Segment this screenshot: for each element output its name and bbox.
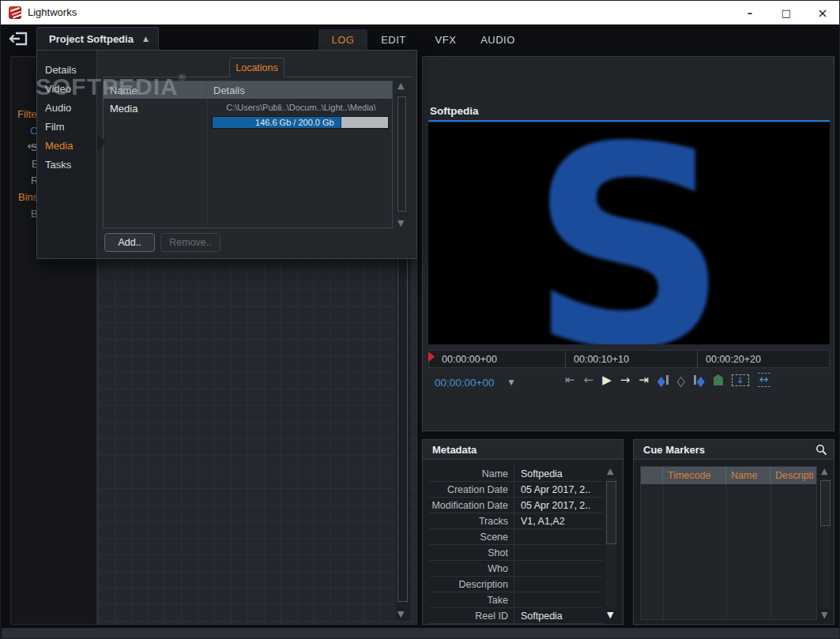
menu-item-audio[interactable]: Audio <box>37 99 97 116</box>
chevron-up-icon: ▲ <box>143 35 149 43</box>
step-forward-icon[interactable]: → <box>620 373 631 387</box>
metadata-row: Reel IDSoftpedia <box>429 608 603 624</box>
selected-menu-pointer <box>97 133 106 151</box>
metadata-row: NameSoftpedia <box>429 466 603 482</box>
lightworks-logo-icon <box>9 6 21 19</box>
cue-scrollbar-thumb[interactable] <box>820 480 831 526</box>
metadata-row: Scene <box>429 529 603 545</box>
video-preview[interactable]: S <box>428 122 830 344</box>
cue-markers-table: Timecode Name Descripti <box>640 466 817 620</box>
viewer-panel: Softpedia S 00:00:00+00 00:00:10+10 00:0… <box>422 56 834 431</box>
timecode-dropdown-icon[interactable]: ▼ <box>508 378 514 386</box>
metadata-scrollbar-thumb[interactable] <box>606 481 616 544</box>
cue-col-description[interactable]: Descripti <box>770 467 816 484</box>
metadata-title: Metadata <box>423 444 477 456</box>
mark-in-icon[interactable]: ◆ <box>657 374 669 386</box>
window-bottom-edge <box>2 628 840 639</box>
metadata-scrollbar[interactable]: ▲ ▼ <box>605 466 618 620</box>
menu-item-details[interactable]: Details <box>37 61 97 78</box>
scroll-down-icon[interactable]: ▼ <box>397 218 404 228</box>
metadata-row: Who <box>429 561 603 577</box>
col-details[interactable]: Details <box>207 81 392 99</box>
project-menu-list: Details Video Audio Film Media Tasks <box>37 51 97 258</box>
scroll-down-icon[interactable]: ▼ <box>821 610 827 620</box>
cue-scrollbar[interactable]: ▲ ▼ <box>819 466 832 620</box>
ruler-segment: 00:00:10+10 <box>565 351 697 367</box>
metadata-table: NameSoftpedia Creation Date05 Apr 2017, … <box>429 466 603 624</box>
locations-table-header: Name Details <box>104 81 392 99</box>
minimize-button[interactable]: – <box>732 1 768 24</box>
close-button[interactable]: × <box>804 1 840 24</box>
cue-markers-header: Cue Markers <box>634 440 834 460</box>
tab-edit[interactable]: EDIT <box>367 29 420 50</box>
softpedia-logo: S <box>529 138 729 344</box>
ruler-segment: 00:00:00+00 <box>429 351 565 367</box>
storage-usage-fill: 146.6 Gb / 200.0 Gb <box>213 117 341 128</box>
title-bar: Lightworks – □ × <box>1 1 840 24</box>
maximize-button[interactable]: □ <box>768 1 804 24</box>
lightworks-window: Lightworks – □ × Project Softpedia ▲ LOG… <box>0 0 840 639</box>
current-timecode[interactable]: 00:00:00+00 <box>435 377 494 389</box>
jump-to-start-icon[interactable]: ⇤ <box>565 373 575 387</box>
scroll-up-icon[interactable]: ▲ <box>397 81 404 91</box>
search-icon[interactable] <box>816 444 827 456</box>
add-cue-marker-icon[interactable] <box>714 374 723 385</box>
exit-project-button[interactable] <box>9 31 31 47</box>
metadata-header: Metadata <box>423 440 623 460</box>
insert-icon[interactable]: ↓ <box>732 374 749 386</box>
cue-table-header: Timecode Name Descripti <box>641 467 816 484</box>
metadata-row: Creation Date05 Apr 2017, 2.. <box>429 482 603 498</box>
add-button[interactable]: Add.. <box>104 233 155 252</box>
jump-to-end-icon[interactable]: ⇥ <box>638 373 649 387</box>
tab-vfx[interactable]: VFX <box>420 29 472 50</box>
timeline-ruler[interactable]: 00:00:00+00 00:00:10+10 00:00:20+20 <box>428 350 830 368</box>
project-menu-tab[interactable]: Project Softpedia ▲ <box>36 27 159 50</box>
cue-col-flag <box>641 467 663 484</box>
metadata-row: Modification Date05 Apr 2017, 2.. <box>429 498 603 513</box>
exit-icon <box>9 31 29 47</box>
clip-title-underline <box>428 120 830 122</box>
clip-title: Softpedia <box>430 105 479 117</box>
locations-table: Name Details Media C:\Users\Publi..\Docu… <box>103 81 393 228</box>
metadata-row: Description <box>429 577 603 592</box>
menu-item-video[interactable]: Video <box>37 80 97 97</box>
tab-log[interactable]: LOG <box>318 29 367 50</box>
locations-scrollbar-thumb[interactable] <box>397 96 406 212</box>
play-icon[interactable]: ▶ <box>602 373 612 387</box>
cue-col-timecode[interactable]: Timecode <box>663 467 726 484</box>
scroll-down-icon[interactable]: ▼ <box>607 610 613 620</box>
scroll-down-icon[interactable]: ▼ <box>397 609 404 619</box>
transport-controls: ⇤ ← ▶ → ⇥ ◆ ◇ ◆ ↓ ↔ <box>565 370 770 390</box>
location-row-name[interactable]: Media <box>110 103 137 115</box>
project-tab-label: Project Softpedia <box>37 33 134 45</box>
sidebar-section-bins: Bins <box>18 191 38 203</box>
mark-out-icon[interactable]: ◆ <box>694 374 705 386</box>
metadata-row: TracksV1, A1,A2 <box>429 513 603 529</box>
step-back-icon[interactable]: ← <box>584 373 594 387</box>
cue-col-name[interactable]: Name <box>726 467 770 484</box>
mark-clear-icon[interactable]: ◇ <box>677 372 685 388</box>
window-title: Lightworks <box>28 6 77 18</box>
menu-item-film[interactable]: Film <box>37 118 97 135</box>
sidebar-section-filters: Filte <box>17 108 37 120</box>
tab-locations[interactable]: Locations <box>229 58 284 77</box>
scroll-up-icon[interactable]: ▲ <box>607 466 613 476</box>
storage-usage-label: 146.6 Gb / 200.0 Gb <box>255 118 341 127</box>
location-path: C:\Users\Publi..\Docum..\Light..\Media\ <box>214 103 388 112</box>
cue-markers-panel: Cue Markers Timecode Name Descripti ▲ ▼ <box>633 439 834 625</box>
ruler-segment: 00:00:20+20 <box>697 351 829 367</box>
project-dropdown-panel: Details Video Audio Film Media Tasks Loc… <box>36 50 417 259</box>
menu-item-media[interactable]: Media <box>37 137 97 154</box>
scroll-up-icon[interactable]: ▲ <box>821 466 827 476</box>
remove-button[interactable]: Remove.. <box>160 233 220 252</box>
metadata-panel: Metadata NameSoftpedia Creation Date05 A… <box>422 439 623 625</box>
storage-usage-bar: 146.6 Gb / 200.0 Gb <box>212 116 389 129</box>
fit-width-icon[interactable]: ↔ <box>758 373 770 386</box>
menu-item-tasks[interactable]: Tasks <box>37 156 97 173</box>
col-name[interactable]: Name <box>104 81 207 99</box>
locations-scrollbar[interactable]: ▲ ▼ <box>395 81 411 228</box>
metadata-row: Shot <box>429 545 603 561</box>
tab-audio[interactable]: AUDIO <box>472 29 524 50</box>
cue-markers-title: Cue Markers <box>634 444 705 456</box>
metadata-row: Take <box>429 592 603 608</box>
